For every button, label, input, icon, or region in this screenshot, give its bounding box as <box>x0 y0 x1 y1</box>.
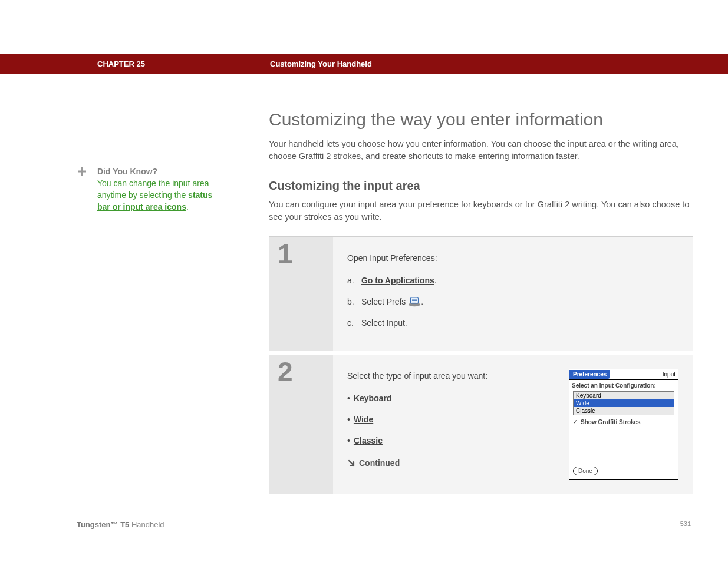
page-title: Customizing the way you enter informatio… <box>269 110 693 130</box>
step-1c: c. Select Input. <box>347 316 678 330</box>
main-content: Customizing the way you enter informatio… <box>269 110 693 494</box>
step-number-cell: 1 <box>269 237 333 351</box>
palm-option-classic[interactable]: Classic <box>574 407 674 415</box>
step-body: Open Input Preferences: a. Go to Applica… <box>333 237 693 351</box>
palm-checkbox-label: Show Graffiti Strokes <box>581 419 641 425</box>
substep-letter: c. <box>347 316 359 330</box>
palm-title: Preferences <box>569 370 610 379</box>
palm-category: Input <box>663 371 676 378</box>
palm-label: Select an Input Configuration: <box>569 380 678 390</box>
product-bold: Tungsten™ T5 <box>77 520 129 529</box>
steps-container: 1 Open Input Preferences: a. Go to Appli… <box>269 236 693 494</box>
intro-paragraph: Your handheld lets you choose how you en… <box>269 138 693 163</box>
classic-link[interactable]: Classic <box>354 436 383 445</box>
step-1b: b. Select Prefs . <box>347 295 678 309</box>
done-button[interactable]: Done <box>573 467 598 475</box>
palm-spacer <box>569 430 678 464</box>
wide-link[interactable]: Wide <box>354 415 373 424</box>
palm-listbox: Keyboard Wide Classic <box>573 391 674 415</box>
step-2-lead: Select the type of input area you want: <box>347 369 551 383</box>
checkbox-icon: ✓ <box>572 419 578 425</box>
page-footer: Tungsten™ T5 Handheld 531 <box>77 515 691 529</box>
step-1c-text: Select Input. <box>361 318 407 328</box>
go-to-applications-link[interactable]: Go to Applications <box>361 276 434 285</box>
step-1: 1 Open Input Preferences: a. Go to Appli… <box>269 237 693 355</box>
prefs-icon <box>408 296 421 307</box>
chapter-title: Customizing Your Handheld <box>270 59 372 68</box>
step-1b-pre: Select Prefs <box>361 297 408 306</box>
palm-option-wide[interactable]: Wide <box>574 399 674 407</box>
step-2-opt-classic: •Classic <box>347 434 551 448</box>
section-heading: Customizing the input area <box>269 179 693 193</box>
bullet-icon: • <box>347 436 350 445</box>
substep-letter: b. <box>347 295 359 309</box>
did-you-know-title: Did You Know? <box>97 166 222 177</box>
step-2-opt-wide: •Wide <box>347 412 551 427</box>
page-number: 531 <box>680 520 691 529</box>
continued-label: Continued <box>359 456 400 470</box>
step-number: 1 <box>278 240 333 267</box>
step-body: Select the type of input area you want: … <box>333 355 693 494</box>
chapter-header: CHAPTER 25 Customizing Your Handheld <box>0 54 728 74</box>
did-you-know-sidebar: Did You Know? You can change the input a… <box>77 166 222 213</box>
substep-letter: a. <box>347 273 359 287</box>
bullet-icon: • <box>347 415 350 424</box>
step-2: 2 Select the type of input area you want… <box>269 355 693 494</box>
continued-arrow-icon <box>347 459 355 467</box>
section-intro: You can configure your input area your p… <box>269 199 693 223</box>
plus-icon <box>77 167 87 176</box>
step-1b-post: . <box>421 297 423 306</box>
svg-rect-1 <box>78 171 86 173</box>
palm-option-keyboard[interactable]: Keyboard <box>574 392 674 399</box>
product-rest: Handheld <box>129 520 164 529</box>
bullet-icon: • <box>347 394 350 403</box>
continued-marker: Continued <box>347 456 551 470</box>
step-1-lead: Open Input Preferences: <box>347 251 678 265</box>
keyboard-link[interactable]: Keyboard <box>354 394 392 403</box>
chapter-number: CHAPTER 25 <box>97 59 145 68</box>
step-number: 2 <box>278 358 333 385</box>
step-2-opt-keyboard: •Keyboard <box>347 391 551 405</box>
did-you-know-post: . <box>186 202 189 211</box>
step-1a: a. Go to Applications. <box>347 273 678 287</box>
step-number-cell: 2 <box>269 355 333 494</box>
palm-checkbox-row[interactable]: ✓ Show Graffiti Strokes <box>569 418 678 430</box>
palm-titlebar: Preferences Input <box>569 369 678 380</box>
product-name: Tungsten™ T5 Handheld <box>77 520 164 529</box>
step-1a-post: . <box>434 276 437 285</box>
palm-button-bar: Done <box>569 464 678 479</box>
palm-screenshot: Preferences Input Select an Input Config… <box>569 369 678 480</box>
